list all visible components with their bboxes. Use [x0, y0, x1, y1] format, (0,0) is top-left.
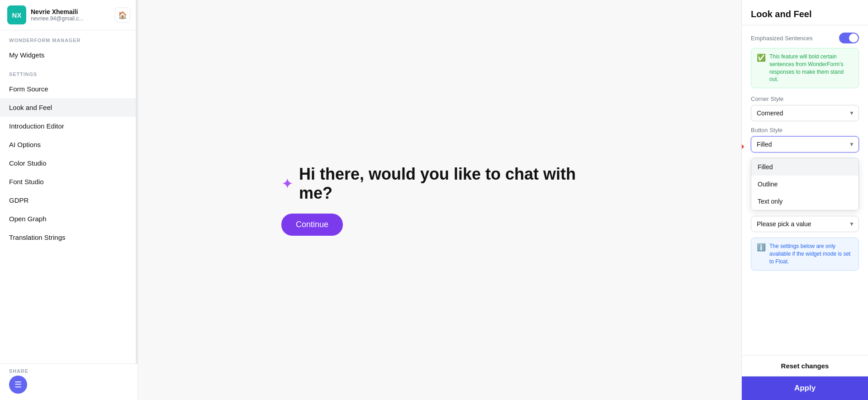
sidebar-item-label: Form Source	[9, 85, 128, 93]
sidebar-item-gdpr[interactable]: GDPR	[0, 191, 138, 210]
emphasized-info-text: This feature will bold certain sentences…	[769, 53, 853, 83]
chat-preview: ✦ Hi there, would you like to chat with …	[281, 165, 598, 236]
sidebar-item-label: My Widgets	[9, 51, 128, 59]
emphasized-sentences-label: Emphasized Sentences	[751, 35, 813, 42]
sidebar-item-label: Color Studio	[9, 159, 128, 167]
size-select[interactable]: Please pick a value	[751, 216, 859, 232]
sidebar-item-ai-options[interactable]: AI Options	[0, 135, 138, 154]
main-content: ✦ Hi there, would you like to chat with …	[138, 0, 741, 400]
sidebar-item-label: Open Graph	[9, 215, 128, 223]
user-name: Nevrie Xhemaili	[31, 8, 110, 15]
sidebar-item-label: Translation Strings	[9, 233, 128, 241]
sidebar-item-open-graph[interactable]: Open Graph	[0, 210, 138, 228]
sidebar-item-introduction-editor[interactable]: Introduction Editor	[0, 117, 138, 135]
button-style-dropdown: Filled Outline Text only	[751, 158, 859, 210]
home-button[interactable]: 🏠	[115, 7, 130, 23]
sidebar-item-look-and-feel[interactable]: Look and Feel	[0, 98, 138, 117]
float-info-text: The settings below are only available if…	[769, 243, 853, 265]
continue-button[interactable]: Continue	[281, 214, 343, 236]
sidebar: NX Nevrie Xhemaili nevriee.94@gmail.c...…	[0, 0, 138, 400]
corner-style-select[interactable]: Cornered Rounded Pill	[751, 105, 859, 121]
button-style-select[interactable]: Filled Outline Text only	[751, 136, 859, 152]
dropdown-item-text-only[interactable]: Text only	[751, 193, 859, 210]
dropdown-item-outline[interactable]: Outline	[751, 176, 859, 193]
right-panel-header: Look and Feel	[742, 0, 868, 25]
sidebar-item-color-studio[interactable]: Color Studio	[0, 154, 138, 172]
sidebar-item-translation-strings[interactable]: Translation Strings	[0, 228, 138, 247]
sidebar-bottom: SHARE ☰	[0, 363, 138, 400]
sidebar-item-label: Introduction Editor	[9, 122, 128, 130]
sidebar-item-label: GDPR	[9, 196, 128, 204]
corner-style-label: Corner Style	[751, 95, 859, 102]
sparkle-icon: ✦	[281, 175, 294, 192]
sidebar-item-form-source[interactable]: Form Source	[0, 80, 138, 98]
user-info: Nevrie Xhemaili nevriee.94@gmail.c...	[31, 8, 110, 22]
avatar: NX	[7, 5, 26, 24]
user-email: nevriee.94@gmail.c...	[31, 15, 110, 22]
right-panel-scroll: Emphasized Sentences ✅ This feature will…	[742, 25, 868, 355]
sidebar-item-my-widgets[interactable]: My Widgets	[0, 46, 138, 64]
emphasized-sentences-toggle[interactable]	[839, 33, 859, 43]
sidebar-header: NX Nevrie Xhemaili nevriee.94@gmail.c...…	[0, 0, 138, 30]
hamburger-icon: ☰	[14, 380, 22, 390]
right-panel-footer: Reset changes Apply	[742, 355, 868, 400]
sidebar-item-font-studio[interactable]: Font Studio	[0, 172, 138, 191]
right-panel: Look and Feel Emphasized Sentences ✅ Thi…	[741, 0, 868, 400]
dropdown-item-label: Filled	[758, 163, 773, 171]
button-style-select-wrapper: Filled Outline Text only ▼	[751, 136, 859, 152]
dropdown-item-label: Outline	[758, 181, 778, 188]
dropdown-item-filled[interactable]: Filled	[751, 158, 859, 176]
emphasized-sentences-info: ✅ This feature will bold certain sentenc…	[751, 48, 859, 88]
sidebar-item-label: Look and Feel	[9, 104, 128, 111]
sidebar-item-label: AI Options	[9, 141, 128, 148]
chat-greeting-text: Hi there, would you like to chat with me…	[299, 165, 598, 203]
red-arrow-icon: ➜	[742, 141, 745, 152]
sidebar-item-label: Font Studio	[9, 178, 128, 186]
chat-greeting: ✦ Hi there, would you like to chat with …	[281, 165, 598, 203]
manager-section-label: WONDERFORM MANAGER	[0, 30, 138, 46]
check-circle-icon: ✅	[757, 53, 766, 62]
sidebar-scrollbar	[136, 0, 138, 400]
share-menu-button[interactable]: ☰	[9, 376, 27, 394]
float-info-box: ℹ️ The settings below are only available…	[751, 238, 859, 270]
size-select-wrapper: Please pick a value ▼	[751, 216, 859, 232]
apply-button[interactable]: Apply	[742, 376, 868, 400]
dropdown-item-label: Text only	[758, 198, 783, 205]
share-label: SHARE	[9, 368, 128, 374]
reset-button[interactable]: Reset changes	[742, 356, 868, 376]
settings-section-label: SETTINGS	[0, 64, 138, 80]
emphasized-sentences-row: Emphasized Sentences	[751, 33, 859, 43]
button-style-label: Button Style	[751, 127, 859, 133]
button-style-container: ➜ Filled Outline Text only ▼	[751, 136, 859, 152]
corner-style-select-wrapper: Cornered Rounded Pill ▼	[751, 105, 859, 121]
sidebar-scroll: WONDERFORM MANAGER My Widgets SETTINGS F…	[0, 30, 138, 400]
right-panel-title: Look and Feel	[751, 9, 859, 19]
info-icon: ℹ️	[757, 243, 766, 252]
